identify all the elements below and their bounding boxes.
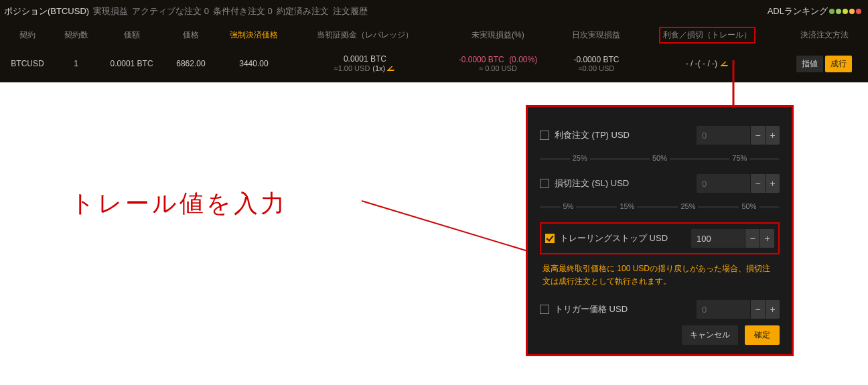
confirm-button[interactable]: 確定 <box>745 325 780 345</box>
annotation-label: トレール値を入力 <box>70 187 287 220</box>
sl-stepper[interactable]: − + <box>697 174 780 193</box>
th-value: 価額 <box>97 21 166 50</box>
tp-checkbox[interactable] <box>540 131 549 140</box>
cell-daily-pnl: -0.0000 BTC ≈0.00 USD <box>558 50 634 82</box>
sl-input[interactable] <box>697 174 750 193</box>
tab-realized-pnl[interactable]: 実現損益 <box>93 5 128 17</box>
edit-leverage-icon[interactable] <box>388 64 396 72</box>
adl-ranking: ADLランキング <box>768 5 861 17</box>
tpsl-popup: 利食注文 (TP) USD − + 25% 50% 75% 損切注文 (SL) … <box>526 105 794 356</box>
trailing-stop-note: 最高最終取引価格に 100 USDの揺り戻しがあった場合、損切注文は成行注文とし… <box>540 260 780 300</box>
close-market-button[interactable]: 成行 <box>825 56 852 72</box>
th-contract: 契約 <box>0 21 55 50</box>
sl-minus-button[interactable]: − <box>750 174 765 193</box>
adl-dot-icon <box>836 9 841 14</box>
close-limit-button[interactable]: 指値 <box>796 56 823 72</box>
th-daily-pnl: 日次実現損益 <box>558 21 634 50</box>
tab-conditional-orders[interactable]: 条件付き注文 0 <box>213 5 273 17</box>
adl-dot-icon <box>849 9 855 14</box>
cancel-button[interactable]: キャンセル <box>682 325 738 345</box>
cell-close: 指値 成行 <box>780 50 868 82</box>
adl-dot-icon <box>856 9 861 14</box>
adl-dot-icon <box>843 9 848 14</box>
ts-minus-button[interactable]: − <box>745 229 760 248</box>
table-row: BTCUSD 1 0.0001 BTC 6862.00 3440.00 0.00… <box>0 50 868 82</box>
adl-dot-icon <box>829 9 835 14</box>
trigger-input[interactable] <box>697 300 750 319</box>
tp-percent-row[interactable]: 25% 50% 75% <box>540 151 780 174</box>
th-liq-price: 強制決済価格 <box>216 21 292 50</box>
trigger-checkbox[interactable] <box>540 305 549 314</box>
tab-active-orders[interactable]: アクティブな注文 0 <box>132 5 209 17</box>
tab-filled-orders[interactable]: 約定済み注文 <box>277 5 329 17</box>
sl-plus-button[interactable]: + <box>765 174 780 193</box>
tp-input[interactable] <box>697 126 750 145</box>
cell-qty: 1 <box>55 50 97 82</box>
trailing-stop-label: トレーリングストップ USD <box>560 232 668 244</box>
cell-liq-price: 3440.00 <box>216 50 292 82</box>
trigger-stepper[interactable]: − + <box>697 300 780 319</box>
trigger-label: トリガー価格 USD <box>555 303 628 315</box>
cell-price: 6862.00 <box>166 50 216 82</box>
th-tpsl: 利食／損切（トレール） <box>635 21 781 50</box>
svg-line-1 <box>362 201 528 251</box>
trailing-stop-input[interactable] <box>691 229 745 248</box>
cell-upnl: -0.0000 BTC (0.00%) ≈ 0.00 USD <box>438 50 559 82</box>
adl-label: ADLランキング <box>768 5 828 17</box>
trailing-stop-stepper[interactable]: − + <box>691 229 774 248</box>
cell-symbol[interactable]: BTCUSD <box>0 50 55 82</box>
cell-tpsl[interactable]: - / -( - / -) <box>635 50 781 82</box>
tp-stepper[interactable]: − + <box>697 126 780 145</box>
trigger-plus-button[interactable]: + <box>765 300 780 319</box>
trailing-stop-checkbox[interactable] <box>545 234 555 243</box>
tp-minus-button[interactable]: − <box>750 126 765 145</box>
th-close-method: 決済注文方法 <box>780 21 868 50</box>
th-margin: 当初証拠金（レバレッジ） <box>292 21 438 50</box>
cell-value: 0.0001 BTC <box>97 50 166 82</box>
positions-table: 契約 契約数 価額 価格 強制決済価格 当初証拠金（レバレッジ） 未実現損益(%… <box>0 21 868 82</box>
sl-label: 損切注文 (SL) USD <box>555 177 629 189</box>
sl-percent-row[interactable]: 5% 15% 25% 50% <box>540 200 780 222</box>
th-price: 価格 <box>166 21 216 50</box>
sl-checkbox[interactable] <box>540 179 549 188</box>
ts-plus-button[interactable]: + <box>760 229 774 248</box>
edit-tpsl-icon[interactable] <box>721 60 729 68</box>
trigger-minus-button[interactable]: − <box>750 300 765 319</box>
tp-label: 利食注文 (TP) USD <box>555 129 630 141</box>
th-qty: 契約数 <box>55 21 97 50</box>
tab-order-history[interactable]: 注文履歴 <box>333 5 368 17</box>
tp-plus-button[interactable]: + <box>765 126 780 145</box>
th-upnl: 未実現損益(%) <box>438 21 559 50</box>
tab-position[interactable]: ポジション(BTCUSD) <box>4 5 89 17</box>
cell-margin: 0.0001 BTC ≈1.00 USD (1x) <box>292 50 438 82</box>
